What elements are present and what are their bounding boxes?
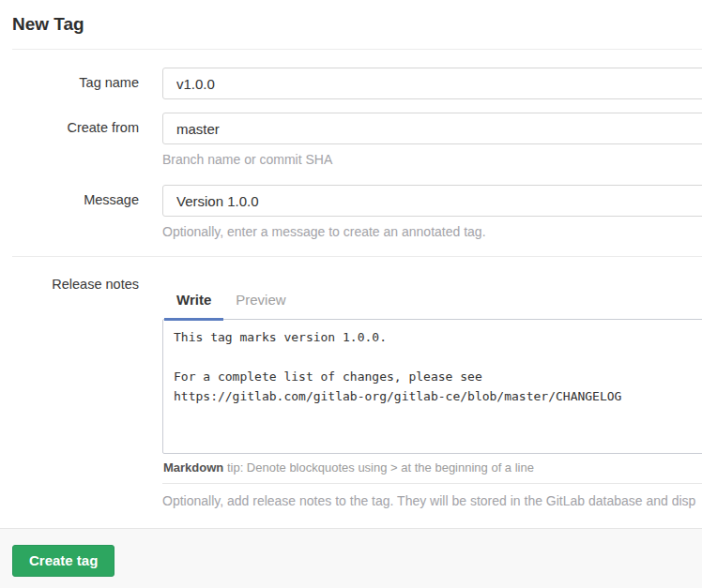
markdown-tip: Markdown tip: Denote blockquotes using >… <box>162 454 702 484</box>
tag-name-input[interactable] <box>162 68 702 99</box>
create-from-field-wrap: Branch name or commit SHA <box>162 113 702 168</box>
page-title: New Tag <box>12 13 702 36</box>
tag-name-field-wrap <box>162 68 702 99</box>
markdown-tip-prefix: Markdown <box>163 460 223 475</box>
markdown-tabs: Write Preview <box>162 275 702 319</box>
release-notes-help: Optionally, add release notes to the tag… <box>162 493 702 509</box>
title-divider <box>12 49 702 50</box>
message-input[interactable] <box>162 185 702 217</box>
section-divider <box>12 256 702 257</box>
create-from-row: Create from Branch name or commit SHA <box>0 113 702 168</box>
tab-preview[interactable]: Preview <box>223 275 298 319</box>
create-from-label: Create from <box>0 113 139 135</box>
form-actions-footer: Create tag <box>0 528 702 588</box>
message-row: Message Optionally, enter a message to c… <box>0 185 702 240</box>
message-field-wrap: Optionally, enter a message to create an… <box>162 185 702 240</box>
message-label: Message <box>0 185 139 207</box>
release-notes-field-wrap: Write Preview This tag marks version 1.0… <box>162 275 702 509</box>
release-notes-textarea[interactable]: This tag marks version 1.0.0. For a comp… <box>162 319 702 454</box>
release-notes-label: Release notes <box>0 275 139 292</box>
tag-name-row: Tag name <box>0 68 702 99</box>
create-from-help: Branch name or commit SHA <box>162 152 702 168</box>
tab-write[interactable]: Write <box>164 275 223 319</box>
markdown-tip-text: tip: Denote blockquotes using > at the b… <box>223 460 534 475</box>
new-tag-page: New Tag Tag name Create from Branch name… <box>0 0 702 588</box>
create-from-input[interactable] <box>162 113 702 144</box>
create-tag-button[interactable]: Create tag <box>12 545 114 577</box>
message-help: Optionally, enter a message to create an… <box>162 224 702 240</box>
tag-name-label: Tag name <box>0 68 139 90</box>
release-notes-row: Release notes Write Preview This tag mar… <box>0 275 702 509</box>
